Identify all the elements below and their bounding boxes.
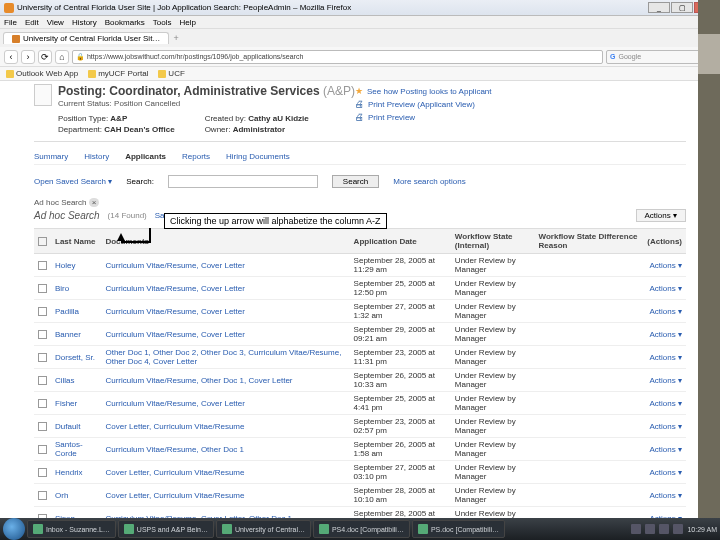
- cell-last-name[interactable]: Holey: [51, 254, 101, 277]
- open-saved-search[interactable]: Open Saved Search ▾: [34, 177, 112, 186]
- cell-documents[interactable]: Other Doc 1, Other Doc 2, Other Doc 3, C…: [101, 346, 349, 369]
- tab-history[interactable]: History: [84, 152, 109, 161]
- row-actions-link[interactable]: Actions ▾: [643, 254, 686, 277]
- adhoc-clear-icon[interactable]: ×: [89, 198, 100, 207]
- row-checkbox[interactable]: [38, 399, 47, 408]
- menu-help[interactable]: Help: [179, 16, 195, 28]
- row-checkbox[interactable]: [38, 491, 47, 500]
- cell-last-name[interactable]: Padilla: [51, 300, 101, 323]
- minimize-button[interactable]: _: [648, 2, 670, 13]
- menu-view[interactable]: View: [47, 16, 64, 28]
- row-actions-link[interactable]: Actions ▾: [643, 392, 686, 415]
- col-workflow-state[interactable]: Workflow State (Internal): [451, 229, 535, 254]
- cell-documents[interactable]: Curriculum Vitae/Resume, Other Doc 1, Co…: [101, 369, 349, 392]
- cell-last-name[interactable]: Dorsett, Sr.: [51, 346, 101, 369]
- meta-col-2: Created by: Cathy aU Kidzie Owner: Admin…: [205, 113, 309, 135]
- cell-documents[interactable]: Cover Letter, Curriculum Vitae/Resume: [101, 415, 349, 438]
- menu-history[interactable]: History: [72, 16, 97, 28]
- link-print-preview-applicant[interactable]: 🖨Print Preview (Applicant View): [355, 99, 515, 109]
- cell-last-name[interactable]: Santos-Corde: [51, 438, 101, 461]
- cell-last-name[interactable]: Orh: [51, 484, 101, 507]
- row-checkbox[interactable]: [38, 445, 47, 454]
- row-checkbox[interactable]: [38, 284, 47, 293]
- row-actions-link[interactable]: Actions ▾: [643, 346, 686, 369]
- cell-documents[interactable]: Curriculum Vitae/Resume, Cover Letter: [101, 277, 349, 300]
- taskbar-item[interactable]: University of Central…: [216, 520, 311, 538]
- tab-reports[interactable]: Reports: [182, 152, 210, 161]
- search-button[interactable]: Search: [332, 175, 379, 188]
- tray-icon[interactable]: [673, 524, 683, 534]
- row-actions-link[interactable]: Actions ▾: [643, 300, 686, 323]
- tab-applicants[interactable]: Applicants: [125, 152, 166, 161]
- row-checkbox[interactable]: [38, 468, 47, 477]
- tray-icon[interactable]: [631, 524, 641, 534]
- menu-file[interactable]: File: [4, 16, 17, 28]
- row-actions-link[interactable]: Actions ▾: [643, 323, 686, 346]
- row-checkbox[interactable]: [38, 330, 47, 339]
- reload-button[interactable]: ⟳: [38, 50, 52, 64]
- row-actions-link[interactable]: Actions ▾: [643, 277, 686, 300]
- cell-last-name[interactable]: Hendrix: [51, 461, 101, 484]
- back-button[interactable]: ‹: [4, 50, 18, 64]
- taskbar-item[interactable]: PS.doc [Compatibili…: [412, 520, 505, 538]
- url-bar[interactable]: 🔒 https://www.jobswithucf.com/hr/posting…: [72, 50, 603, 64]
- print-icon: 🖨: [355, 99, 364, 109]
- row-checkbox[interactable]: [38, 353, 47, 362]
- cell-last-name[interactable]: Fisher: [51, 392, 101, 415]
- print-icon: 🖨: [355, 112, 364, 122]
- tray-icon[interactable]: [659, 524, 669, 534]
- cell-workflow-state: Under Review by Manager: [451, 484, 535, 507]
- tab-summary[interactable]: Summary: [34, 152, 68, 161]
- row-actions-link[interactable]: Actions ▾: [643, 369, 686, 392]
- more-search-options[interactable]: More search options: [393, 177, 465, 186]
- cell-documents[interactable]: Cover Letter, Curriculum Vitae/Resume: [101, 461, 349, 484]
- select-all-checkbox[interactable]: [38, 237, 47, 246]
- window-title-bar: University of Central Florida User Site …: [0, 0, 720, 16]
- cell-documents[interactable]: Curriculum Vitae/Resume, Cover Letter: [101, 254, 349, 277]
- clock[interactable]: 10:29 AM: [687, 526, 717, 533]
- row-actions-link[interactable]: Actions ▾: [643, 461, 686, 484]
- link-see-applicant-view[interactable]: ★See how Posting looks to Applicant: [355, 86, 515, 96]
- col-last-name[interactable]: Last Name: [51, 229, 101, 254]
- row-checkbox[interactable]: [38, 422, 47, 431]
- row-checkbox[interactable]: [38, 376, 47, 385]
- cell-last-name[interactable]: Cillas: [51, 369, 101, 392]
- row-checkbox[interactable]: [38, 307, 47, 316]
- bookmark-myucf[interactable]: myUCF Portal: [88, 69, 148, 78]
- cell-documents[interactable]: Cover Letter, Curriculum Vitae/Resume: [101, 484, 349, 507]
- cell-last-name[interactable]: Dufault: [51, 415, 101, 438]
- cell-app-date: September 26, 2005 at 1:58 am: [350, 438, 451, 461]
- row-actions-link[interactable]: Actions ▾: [643, 438, 686, 461]
- cell-documents[interactable]: Curriculum Vitae/Resume, Other Doc 1: [101, 438, 349, 461]
- link-print-preview[interactable]: 🖨Print Preview: [355, 112, 515, 122]
- cell-documents[interactable]: Curriculum Vitae/Resume, Cover Letter: [101, 392, 349, 415]
- forward-button[interactable]: ›: [21, 50, 35, 64]
- row-actions-link[interactable]: Actions ▾: [643, 415, 686, 438]
- bookmark-ucf[interactable]: UCF: [158, 69, 184, 78]
- bulk-actions-button[interactable]: Actions ▾: [636, 209, 686, 222]
- col-app-date[interactable]: Application Date: [350, 229, 451, 254]
- col-diff-reason[interactable]: Workflow State Difference Reason: [535, 229, 644, 254]
- menu-bookmarks[interactable]: Bookmarks: [105, 16, 145, 28]
- browser-tab[interactable]: University of Central Florida User Sit…: [3, 32, 169, 44]
- row-actions-link[interactable]: Actions ▾: [643, 484, 686, 507]
- maximize-button[interactable]: ▢: [671, 2, 693, 13]
- taskbar-item[interactable]: Inbox - Suzanne.L…: [27, 520, 116, 538]
- cell-last-name[interactable]: Banner: [51, 323, 101, 346]
- taskbar-item[interactable]: PS4.doc [Compatibili…: [313, 520, 410, 538]
- taskbar-item[interactable]: USPS and A&P Bein…: [118, 520, 214, 538]
- cell-documents[interactable]: Curriculum Vitae/Resume, Cover Letter: [101, 323, 349, 346]
- cell-documents[interactable]: Curriculum Vitae/Resume, Cover Letter: [101, 300, 349, 323]
- search-input[interactable]: [168, 175, 318, 188]
- new-tab-button[interactable]: +: [173, 33, 178, 43]
- start-button[interactable]: [3, 518, 25, 540]
- row-checkbox[interactable]: [38, 261, 47, 270]
- home-button[interactable]: ⌂: [55, 50, 69, 64]
- menu-edit[interactable]: Edit: [25, 16, 39, 28]
- tray-icon[interactable]: [645, 524, 655, 534]
- table-row: OrhCover Letter, Curriculum Vitae/Resume…: [34, 484, 686, 507]
- bookmark-outlook[interactable]: Outlook Web App: [6, 69, 78, 78]
- menu-tools[interactable]: Tools: [153, 16, 172, 28]
- tab-hiring-documents[interactable]: Hiring Documents: [226, 152, 290, 161]
- cell-last-name[interactable]: Biro: [51, 277, 101, 300]
